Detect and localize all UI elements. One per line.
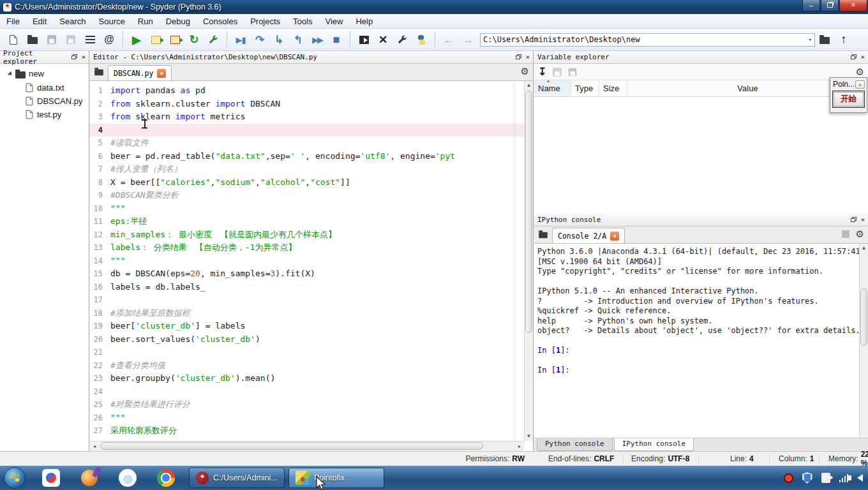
editor-options-gear-icon[interactable]: ⚙ <box>521 66 529 77</box>
column-header-type[interactable]: Type <box>571 80 599 96</box>
variable-explorer-options-gear-icon[interactable]: ⚙ <box>856 66 864 78</box>
menu-view[interactable]: View <box>318 15 349 28</box>
symbol-finder-button[interactable]: @ <box>101 31 117 48</box>
scrollbar-thumb[interactable] <box>100 442 483 450</box>
pointofix-close-button[interactable]: x <box>855 80 865 89</box>
run-cell-advance-button[interactable] <box>167 31 183 48</box>
editor-vertical-scrollbar[interactable]: ▲ ▼ <box>524 81 533 441</box>
close-pane-button[interactable]: × <box>525 53 530 61</box>
file-switcher-button[interactable] <box>82 31 98 48</box>
tree-file-dbscan.py[interactable]: DBSCAN.py <box>3 94 86 108</box>
volume-tray-icon[interactable] <box>857 474 863 482</box>
column-header-size[interactable]: Size <box>599 80 627 96</box>
network-signal-tray-icon[interactable] <box>839 473 849 482</box>
save-data-as-icon[interactable] <box>569 68 577 76</box>
console-vertical-scrollbar[interactable]: ▲ <box>859 244 868 438</box>
chevron-down-icon[interactable]: ▾ <box>809 36 812 43</box>
menu-consoles[interactable]: Consoles <box>197 15 244 28</box>
debug-button[interactable]: ▶▮ <box>232 31 249 48</box>
run-button[interactable]: ▶ <box>128 31 145 48</box>
save-data-icon[interactable] <box>553 68 562 77</box>
editor-tab-dbscan[interactable]: DBSCAN.py × <box>108 65 172 80</box>
interrupt-kernel-icon[interactable] <box>842 230 849 238</box>
security-shield-tray-icon[interactable] <box>802 472 812 484</box>
quicklaunch-chrome-button[interactable] <box>156 468 176 487</box>
run-configuration-button[interactable] <box>205 31 221 48</box>
menu-debug[interactable]: Debug <box>160 15 197 28</box>
recording-tray-icon[interactable] <box>784 473 793 483</box>
quicklaunch-browser-button[interactable] <box>118 468 137 487</box>
parent-directory-button[interactable]: ↑ <box>835 31 852 48</box>
new-file-button[interactable] <box>5 31 22 48</box>
tab-ipython-console[interactable]: IPython console <box>614 438 694 451</box>
menu-help[interactable]: Help <box>349 15 379 28</box>
scrollbar-thumb[interactable] <box>525 91 532 333</box>
close-pane-button[interactable]: × <box>81 53 86 61</box>
fullscreen-button[interactable]: ✕ <box>375 31 391 48</box>
scroll-down-icon[interactable]: ▼ <box>525 432 533 441</box>
continue-button[interactable]: ▶▶ <box>309 31 326 48</box>
console-output[interactable]: Python 3.6.0 |Anaconda 4.3.1 (64-bit)| (… <box>534 244 859 438</box>
menu-search[interactable]: Search <box>53 15 92 28</box>
scroll-right-icon[interactable]: ▸ <box>515 442 524 452</box>
tab-python-console[interactable]: Python console <box>537 438 613 451</box>
stop-debug-button[interactable]: ■ <box>328 31 345 48</box>
editor-horizontal-scrollbar[interactable]: ◂ ▸ <box>90 441 524 451</box>
back-button[interactable]: ← <box>440 31 457 48</box>
console-tab[interactable]: Console 2/A × <box>552 228 625 243</box>
close-pane-button[interactable]: × <box>860 216 865 224</box>
quicklaunch-app-button[interactable] <box>41 468 61 487</box>
power-plug-tray-icon[interactable] <box>821 473 830 483</box>
run-cell-button[interactable] <box>147 31 164 48</box>
step-into-button[interactable]: ↳ <box>271 31 287 48</box>
undock-pane-button[interactable] <box>851 216 857 224</box>
working-directory-combo[interactable]: C:\Users\Administrator\Desktop\new ▾ <box>480 33 815 47</box>
python-path-manager-button[interactable] <box>413 31 430 48</box>
scrollbar-thumb[interactable] <box>860 288 867 346</box>
column-header-name[interactable]: Name <box>534 80 571 96</box>
menu-projects[interactable]: Projects <box>244 15 287 28</box>
console-options-gear-icon[interactable]: ⚙ <box>856 228 864 240</box>
forward-button[interactable]: → <box>460 31 476 48</box>
browse-tabs-icon[interactable] <box>94 70 103 75</box>
step-button[interactable]: ↷ <box>251 31 268 48</box>
quicklaunch-paint-button[interactable] <box>80 468 99 487</box>
tab-close-icon[interactable]: × <box>157 69 166 78</box>
step-return-button[interactable]: ↰ <box>290 31 306 48</box>
scroll-left-icon[interactable]: ◂ <box>90 442 99 452</box>
taskbar-spyder-button[interactable]: * C:/Users/Admini... <box>189 468 285 488</box>
import-data-button[interactable]: ↧ <box>538 66 546 78</box>
close-pane-button[interactable]: × <box>860 53 865 61</box>
maximize-pane-button[interactable] <box>355 31 372 48</box>
start-button[interactable] <box>4 467 26 489</box>
menu-tools[interactable]: Tools <box>287 15 318 28</box>
tree-expand-icon[interactable] <box>8 71 13 77</box>
variable-table-body[interactable] <box>534 97 868 205</box>
taskbar-pointofix-button[interactable]: Pointofix <box>288 468 384 488</box>
menu-source[interactable]: Source <box>93 15 131 28</box>
scroll-up-icon[interactable]: ▲ <box>525 81 533 90</box>
browse-tabs-icon[interactable] <box>539 232 548 238</box>
open-directory-button[interactable] <box>816 31 833 48</box>
tab-close-icon[interactable]: × <box>610 232 619 241</box>
open-file-button[interactable] <box>24 31 41 48</box>
save-all-button[interactable] <box>63 31 79 48</box>
undock-pane-button[interactable] <box>851 53 857 61</box>
undock-pane-button[interactable] <box>516 53 521 61</box>
menu-file[interactable]: File <box>0 15 26 28</box>
menu-run[interactable]: Run <box>131 15 160 28</box>
save-button[interactable] <box>43 31 60 48</box>
rerun-cell-button[interactable]: ↻ <box>186 31 202 48</box>
tree-file-test.py[interactable]: test.py <box>3 108 86 121</box>
code-editor-area[interactable]: 1import pandas as pd2from sklearn.cluste… <box>90 81 524 441</box>
restore-button[interactable] <box>821 0 839 11</box>
minimize-button[interactable]: – <box>802 0 820 11</box>
project-root-item[interactable]: new <box>3 68 86 81</box>
preferences-button[interactable] <box>394 31 410 48</box>
tree-file-data.txt[interactable]: data.txt <box>3 81 86 94</box>
undock-pane-button[interactable] <box>71 53 77 61</box>
close-button[interactable]: × <box>839 0 867 11</box>
pointofix-start-button[interactable]: 开始 <box>832 91 865 108</box>
scroll-up-icon[interactable]: ▲ <box>860 244 868 253</box>
menu-edit[interactable]: Edit <box>26 15 53 28</box>
